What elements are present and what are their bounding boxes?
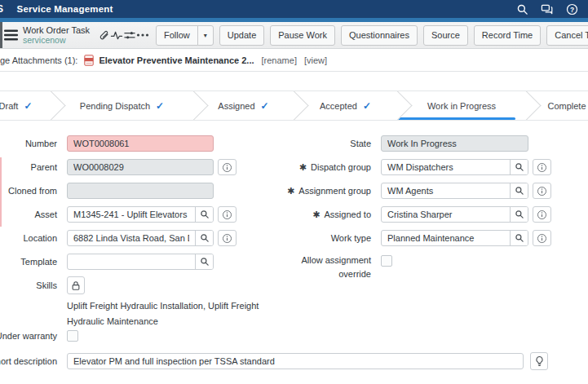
field-row-dispatch-group: ✱Dispatch group (290, 159, 551, 175)
paperclip-icon[interactable] (98, 24, 110, 46)
cloned-from-input[interactable] (67, 183, 214, 199)
asset-info-button[interactable] (218, 206, 237, 223)
stage-label: Work in Progress (427, 101, 496, 111)
record-type-label: Work Order Task (23, 25, 91, 36)
cloned-from-label: Cloned from (0, 186, 57, 196)
field-row-template: Template (0, 254, 214, 270)
dispatch-group-lookup-icon[interactable] (510, 160, 528, 174)
state-label: State (290, 139, 371, 148)
work-type-info-button[interactable] (533, 230, 551, 246)
assignment-group-label: ✱Assignment group (290, 186, 371, 196)
asset-lookup-icon[interactable] (195, 207, 213, 222)
template-reference-field (67, 254, 214, 270)
assignment-group-lookup-icon[interactable] (510, 183, 528, 198)
template-input[interactable] (68, 254, 195, 269)
cancel-task-button[interactable]: Cancel Task (546, 25, 588, 46)
assigned-to-reference-field (381, 206, 528, 223)
assignment-group-info-button[interactable] (533, 183, 551, 199)
stage-work-in-progress[interactable]: Work in Progress (397, 91, 526, 120)
field-row-short-description: Short description (0, 352, 548, 370)
source-button[interactable]: Source (423, 25, 468, 46)
top-header-bar: S Service Management ? (0, 0, 588, 18)
parent-input[interactable] (67, 159, 214, 175)
assigned-to-lookup-icon[interactable] (510, 207, 528, 222)
work-type-input[interactable] (382, 231, 510, 245)
work-type-reference-field (381, 230, 528, 246)
mandatory-icon: ✱ (312, 210, 320, 220)
location-lookup-icon[interactable] (195, 231, 213, 245)
field-row-assigned-to: ✱Assigned to (290, 206, 551, 223)
attachments-bar: ge Attachments (1): Elevator Preventive … (0, 49, 588, 72)
attachment-rename-link[interactable]: [rename] (262, 55, 297, 65)
dispatch-group-reference-field (381, 159, 528, 175)
stage-label: Complete (547, 101, 586, 111)
pause-work-button[interactable]: Pause Work (270, 25, 335, 46)
allow-assignment-override-checkbox[interactable] (381, 255, 392, 267)
field-row-asset: Asset (0, 206, 237, 223)
field-row-parent: Parent (0, 159, 237, 175)
dispatch-group-info-button[interactable] (533, 159, 551, 175)
field-row-skills: Skills (0, 276, 85, 294)
assigned-to-info-button[interactable] (533, 206, 551, 223)
form-toolbar: Work Order Task servicenow Follow ▾ Upda… (0, 22, 588, 49)
questionnaires-button[interactable]: Questionnaires (341, 25, 418, 46)
menu-icon[interactable] (4, 24, 18, 46)
label-text: Assigned to (325, 210, 371, 219)
assigned-to-input[interactable] (382, 207, 510, 222)
template-lookup-icon[interactable] (195, 254, 213, 269)
field-row-allow-assignment-override: Allow assignment override (290, 254, 392, 281)
follow-button[interactable]: Follow (156, 25, 198, 46)
mandatory-icon: ✱ (299, 162, 307, 173)
work-type-label: Work type (290, 233, 371, 243)
location-reference-field (67, 230, 214, 246)
allow-assignment-override-label: Allow assignment override (290, 254, 371, 281)
more-options-icon[interactable] (136, 24, 149, 46)
update-button[interactable]: Update (219, 25, 264, 46)
stage-label: Draft (0, 101, 18, 111)
personalize-form-icon[interactable] (123, 24, 136, 46)
field-row-work-type: Work type (290, 230, 551, 246)
state-input[interactable] (381, 135, 528, 152)
process-flow: Draft ✓ Pending Dispatch ✓ Assigned ✓ Ac… (0, 90, 588, 121)
attachment-file-link[interactable]: Elevator Preventive Maintenance 2... (99, 55, 254, 65)
field-row-under-warranty: Under warranty (0, 330, 78, 342)
search-icon[interactable] (516, 3, 528, 15)
chevron-down-icon: ▾ (204, 32, 207, 39)
location-info-button[interactable] (218, 230, 237, 246)
lock-icon[interactable] (67, 276, 85, 294)
skills-label: Skills (0, 280, 57, 290)
stage-accepted[interactable]: Accepted ✓ (294, 91, 397, 120)
number-input[interactable] (67, 135, 214, 152)
chat-icon[interactable] (541, 3, 554, 15)
parent-info-button[interactable] (218, 159, 237, 175)
toolbar-buttons: Follow ▾ Update Pause Work Questionnaire… (156, 25, 588, 46)
parent-label: Parent (0, 162, 57, 172)
stage-pending-dispatch[interactable]: Pending Dispatch ✓ (51, 91, 193, 120)
asset-input[interactable] (68, 207, 195, 222)
follow-dropdown-button[interactable]: ▾ (197, 25, 214, 46)
assignment-group-reference-field (381, 183, 528, 199)
field-row-state: State (290, 135, 528, 152)
follow-split-button: Follow ▾ (156, 25, 214, 46)
record-title-block: Work Order Task servicenow (23, 25, 91, 46)
field-row-assignment-group: ✱Assignment group (290, 183, 551, 199)
servicenow-window: S Service Management ? Work Order Task s… (0, 0, 588, 384)
under-warranty-checkbox[interactable] (67, 330, 78, 342)
work-type-lookup-icon[interactable] (510, 231, 528, 245)
short-description-input[interactable] (67, 353, 524, 369)
field-row-cloned-from: Cloned from (0, 183, 214, 199)
dispatch-group-input[interactable] (382, 160, 510, 174)
help-icon[interactable]: ? (566, 3, 578, 15)
attachments-label: ge Attachments (1): (0, 55, 77, 65)
location-input[interactable] (68, 231, 195, 245)
activity-stream-icon[interactable] (110, 24, 123, 46)
logo-partial-text: S (0, 3, 4, 15)
record-time-button[interactable]: Record Time (474, 25, 541, 46)
stage-check-icon: ✓ (156, 100, 164, 112)
skills-value-text: Uplift Freight Hydraulic Installation, U… (67, 298, 289, 330)
template-label: Template (0, 257, 57, 267)
attachment-view-link[interactable]: [view] (304, 55, 327, 65)
assignment-group-input[interactable] (382, 183, 510, 198)
lightbulb-icon[interactable] (530, 352, 548, 370)
stage-draft[interactable]: Draft ✓ (0, 91, 51, 120)
